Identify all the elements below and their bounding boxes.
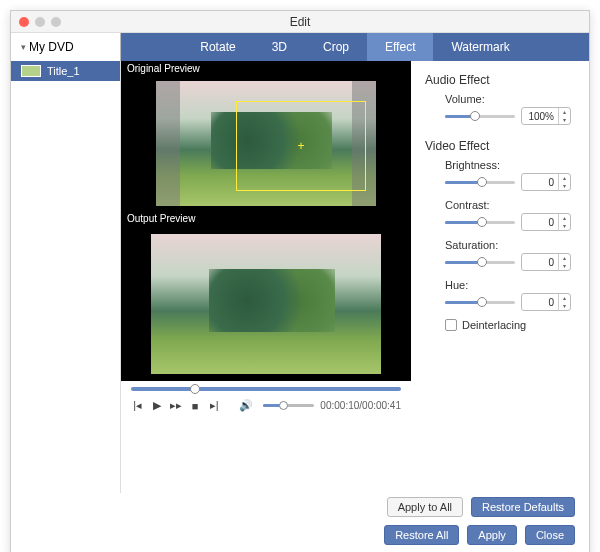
deinterlacing-checkbox[interactable]: [445, 319, 457, 331]
volume-knob[interactable]: [470, 111, 480, 121]
tab-effect[interactable]: Effect: [367, 33, 433, 61]
video-effect-title: Video Effect: [425, 139, 575, 153]
tab-rotate[interactable]: Rotate: [182, 33, 253, 61]
timeline[interactable]: [121, 381, 411, 395]
crop-center-icon: +: [297, 139, 304, 153]
tab-crop[interactable]: Crop: [305, 33, 367, 61]
crop-rectangle[interactable]: +: [236, 101, 366, 191]
volume-slider[interactable]: [445, 115, 515, 118]
saturation-down-icon[interactable]: ▾: [559, 262, 570, 270]
saturation-value: 0: [522, 257, 558, 268]
disc-header[interactable]: ▾ My DVD: [11, 33, 121, 61]
output-preview: [121, 226, 411, 381]
saturation-label: Saturation:: [445, 239, 575, 251]
hue-spinner[interactable]: 0▴▾: [521, 293, 571, 311]
playback-volume-knob[interactable]: [279, 401, 288, 410]
timecode: 00:00:10/00:00:41: [320, 400, 401, 411]
disc-label: My DVD: [29, 40, 74, 54]
original-video-frame: +: [156, 81, 376, 206]
maximize-window-icon[interactable]: [51, 17, 61, 27]
tab-3d[interactable]: 3D: [254, 33, 305, 61]
contrast-knob[interactable]: [477, 217, 487, 227]
hue-value: 0: [522, 297, 558, 308]
apply-button[interactable]: Apply: [467, 525, 517, 545]
timeline-track[interactable]: [131, 387, 401, 391]
hue-knob[interactable]: [477, 297, 487, 307]
contrast-value: 0: [522, 217, 558, 228]
restore-defaults-button[interactable]: Restore Defaults: [471, 497, 575, 517]
deinterlacing-label: Deinterlacing: [462, 319, 526, 331]
effects-panel: Audio Effect Volume: 100% ▴▾ Vi: [411, 61, 589, 493]
sidebar: Title_1: [11, 61, 121, 493]
next-frame-icon[interactable]: ▸|: [208, 399, 221, 412]
contrast-label: Contrast:: [445, 199, 575, 211]
brightness-slider[interactable]: [445, 181, 515, 184]
volume-label: Volume:: [445, 93, 575, 105]
brightness-up-icon[interactable]: ▴: [559, 174, 570, 182]
tab-watermark[interactable]: Watermark: [433, 33, 527, 61]
traffic-lights: [11, 17, 61, 27]
main: Original Preview + Output Preview: [121, 61, 589, 493]
minimize-window-icon[interactable]: [35, 17, 45, 27]
hue-up-icon[interactable]: ▴: [559, 294, 570, 302]
saturation-slider[interactable]: [445, 261, 515, 264]
body: Title_1 Original Preview + Output Previe: [11, 61, 589, 493]
contrast-up-icon[interactable]: ▴: [559, 214, 570, 222]
button-row-1: Apply to All Restore Defaults: [11, 493, 589, 517]
fast-forward-icon[interactable]: ▸▸: [169, 399, 182, 412]
sidebar-item-title1[interactable]: Title_1: [11, 61, 120, 81]
output-preview-label: Output Preview: [121, 211, 411, 226]
brightness-label: Brightness:: [445, 159, 575, 171]
brightness-spinner[interactable]: 0▴▾: [521, 173, 571, 191]
titlebar: Edit: [11, 11, 589, 33]
timeline-playhead[interactable]: [190, 384, 200, 394]
volume-up-icon[interactable]: ▴: [559, 108, 570, 116]
volume-spinner[interactable]: 100% ▴▾: [521, 107, 571, 125]
sidebar-item-label: Title_1: [47, 65, 80, 77]
stop-icon[interactable]: ■: [188, 400, 201, 412]
saturation-up-icon[interactable]: ▴: [559, 254, 570, 262]
collapse-icon[interactable]: ▾: [17, 42, 29, 52]
apply-to-all-button[interactable]: Apply to All: [387, 497, 463, 517]
topbar: ▾ My DVD Rotate 3D Crop Effect Watermark: [11, 33, 589, 61]
close-button[interactable]: Close: [525, 525, 575, 545]
original-preview-label: Original Preview: [121, 61, 411, 76]
contrast-spinner[interactable]: 0▴▾: [521, 213, 571, 231]
original-preview: +: [121, 76, 411, 211]
hue-label: Hue:: [445, 279, 575, 291]
edit-window: Edit ▾ My DVD Rotate 3D Crop Effect Wate…: [10, 10, 590, 552]
prev-frame-icon[interactable]: |◂: [131, 399, 144, 412]
audio-effect-title: Audio Effect: [425, 73, 575, 87]
play-icon[interactable]: ▶: [150, 399, 163, 412]
contrast-down-icon[interactable]: ▾: [559, 222, 570, 230]
volume-icon[interactable]: 🔊: [239, 399, 253, 412]
brightness-value: 0: [522, 177, 558, 188]
brightness-down-icon[interactable]: ▾: [559, 182, 570, 190]
title-thumbnail: [21, 65, 41, 77]
brightness-knob[interactable]: [477, 177, 487, 187]
restore-all-button[interactable]: Restore All: [384, 525, 459, 545]
saturation-spinner[interactable]: 0▴▾: [521, 253, 571, 271]
hue-down-icon[interactable]: ▾: [559, 302, 570, 310]
footer-buttons: Restore All Apply Close: [11, 517, 589, 552]
contrast-slider[interactable]: [445, 221, 515, 224]
playback-controls: |◂ ▶ ▸▸ ■ ▸| 🔊 00:00:10/00:00:41: [121, 395, 411, 420]
volume-down-icon[interactable]: ▾: [559, 116, 570, 124]
output-video-frame: [151, 234, 381, 374]
close-window-icon[interactable]: [19, 17, 29, 27]
hue-slider[interactable]: [445, 301, 515, 304]
preview-column: Original Preview + Output Preview: [121, 61, 411, 493]
window-title: Edit: [11, 15, 589, 29]
tab-bar: Rotate 3D Crop Effect Watermark: [121, 33, 589, 61]
volume-value: 100%: [522, 111, 558, 122]
playback-volume-slider[interactable]: [263, 404, 315, 407]
saturation-knob[interactable]: [477, 257, 487, 267]
